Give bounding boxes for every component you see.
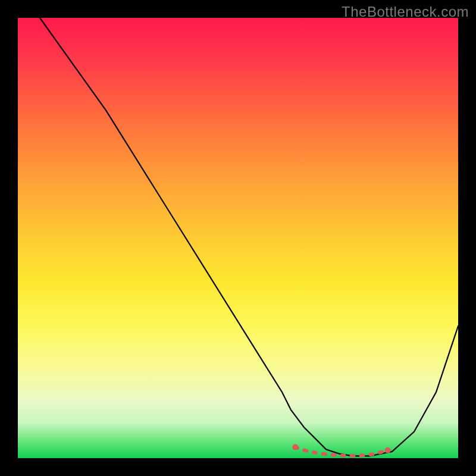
chart-frame: TheBottleneck.com [0, 0, 476, 476]
plot-area [18, 18, 458, 458]
bottleneck-curve [40, 18, 458, 456]
chart-svg [18, 18, 458, 458]
svg-point-1 [385, 447, 391, 453]
